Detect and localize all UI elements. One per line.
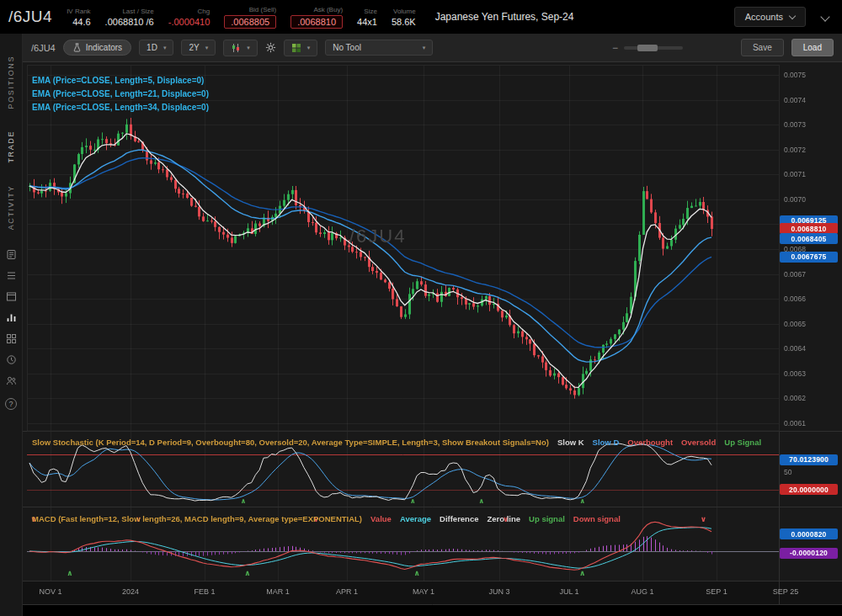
ema21-study-label[interactable]: EMA (Price=CLOSE, Length=21, Displace=0) <box>32 89 209 98</box>
chart-area[interactable]: EMA (Price=CLOSE, Length=5, Displace=0) … <box>23 62 842 616</box>
ask-field: Ask (Buy) .0068810 <box>290 6 343 29</box>
chevron-down-icon: ▾ <box>163 45 167 51</box>
header-collapse-chevron-icon[interactable] <box>820 12 829 21</box>
volume-field: Volume 58.6K <box>392 8 416 27</box>
last-size-field: Last / Size .0068810 /6 <box>105 8 154 27</box>
history-clock-icon[interactable] <box>5 353 17 365</box>
accounts-dropdown[interactable]: Accounts <box>734 7 806 27</box>
toolbar-symbol: /6JU4 <box>31 43 56 53</box>
range-dropdown[interactable]: 2Y ▾ <box>181 40 216 56</box>
chart-watermark: /6JU4 <box>349 226 406 247</box>
size-field: Size 44x1 <box>357 8 377 27</box>
time-axis-label: JUL 1 <box>552 587 586 596</box>
price-axis-label: 0.0072 <box>784 146 806 154</box>
time-axis-label: MAY 1 <box>407 587 440 596</box>
change-value: -.0000410 <box>168 17 210 27</box>
price-axis-label: 0.0070 <box>784 195 806 204</box>
journal-icon[interactable] <box>5 248 17 260</box>
bid-label: Bid (Sell) <box>249 6 276 13</box>
price-chart-canvas[interactable] <box>23 62 842 616</box>
macd-header: MACD (Fast length=12, Slow length=26, MA… <box>32 514 778 523</box>
load-button[interactable]: Load <box>791 39 834 56</box>
volume-value: 58.6K <box>392 17 416 27</box>
zoom-slider[interactable] <box>624 46 683 50</box>
indicators-button[interactable]: Indicators <box>63 40 131 56</box>
apps-grid-icon[interactable] <box>5 332 17 344</box>
tab-trade[interactable]: TRADE <box>7 130 15 163</box>
help-icon[interactable]: ? <box>5 398 17 410</box>
bid-field: Bid (Sell) .0068805 <box>224 6 276 29</box>
save-button[interactable]: Save <box>741 39 784 56</box>
watchlist-icon[interactable] <box>5 269 17 281</box>
zoom-out-icon[interactable]: − <box>612 42 618 54</box>
ema5-study-label[interactable]: EMA (Price=CLOSE, Length=5, Displace=0) <box>32 76 204 85</box>
legend-up-signal: Up Signal <box>724 438 761 447</box>
volume-label: Volume <box>393 8 416 15</box>
chart-icon[interactable] <box>5 311 17 323</box>
quote-header: /6JU4 IV Rank 44.6 Last / Size .0068810 … <box>0 0 842 34</box>
legend-difference: Difference <box>440 514 478 523</box>
time-axis-label: FEB 1 <box>188 587 221 596</box>
bid-button[interactable]: .0068805 <box>224 15 276 29</box>
candlestick-type-icon <box>231 43 241 53</box>
last-size-value: .0068810 /6 <box>105 17 154 27</box>
legend-up-signal: Up signal <box>529 514 565 523</box>
legend-slow-k: Slow K <box>557 438 584 447</box>
price-axis-label: 0.0062 <box>784 394 806 402</box>
layout-dropdown[interactable]: ▾ <box>284 40 318 56</box>
legend-average: Average <box>400 514 431 523</box>
social-people-icon[interactable] <box>5 374 17 386</box>
legend-slow-d: Slow D <box>593 438 620 447</box>
price-axis-tag: 0.0068405 <box>780 233 838 244</box>
price-axis-label: 0.0073 <box>784 120 806 129</box>
price-axis-label: 0.0061 <box>784 419 806 427</box>
chart-type-dropdown[interactable]: ▾ <box>223 40 258 56</box>
chart-settings-gear-icon[interactable] <box>265 42 276 53</box>
chevron-down-icon: ▾ <box>205 45 209 51</box>
timeframe-value: 1D <box>147 43 157 52</box>
trading-app-window: /6JU4 IV Rank 44.6 Last / Size .0068810 … <box>0 0 842 616</box>
price-axis-label: 0.0064 <box>784 344 806 353</box>
indicators-label: Indicators <box>86 43 122 52</box>
sidebar-icon-rail <box>5 248 17 386</box>
tab-positions[interactable]: POSITIONS <box>7 56 15 109</box>
price-axis-tag: 0.0067675 <box>780 252 838 263</box>
drawing-tool-dropdown[interactable]: No Tool ▾ <box>325 40 433 56</box>
chart-toolbar: /6JU4 Indicators 1D ▾ 2Y ▾ <box>23 34 842 62</box>
stochastic-axis-label: 50 <box>784 468 791 476</box>
zoom-slider-handle[interactable] <box>637 45 658 51</box>
macd-study-label[interactable]: MACD (Fast length=12, Slow length=26, MA… <box>32 514 362 523</box>
ask-button[interactable]: .0068810 <box>290 15 343 29</box>
price-axis-label: 0.0074 <box>784 96 806 104</box>
instrument-description: Japanese Yen Futures, Sep-24 <box>435 11 574 23</box>
symbol-title: /6JU4 <box>8 8 52 26</box>
iv-rank-field: IV Rank 44.6 <box>67 8 90 27</box>
flask-icon <box>72 43 82 52</box>
timeframe-dropdown[interactable]: 1D ▾ <box>139 40 173 56</box>
time-axis-label: SEP 1 <box>700 587 733 596</box>
macd-axis-tag: 0.0000820 <box>780 528 838 539</box>
ema34-study-label[interactable]: EMA (Price=CLOSE, Length=34, Displace=0) <box>32 103 209 112</box>
legend-zero-line: Zero line <box>488 514 521 523</box>
time-axis-label: JUN 3 <box>482 587 516 596</box>
change-label: Chg <box>198 8 210 15</box>
chevron-down-icon <box>789 12 796 19</box>
browser-icon[interactable] <box>5 290 17 302</box>
size-value: 44x1 <box>357 17 377 27</box>
macd-axis-tag: -0.0000120 <box>780 548 838 559</box>
accounts-label: Accounts <box>745 12 783 22</box>
legend-oversold: Oversold <box>681 438 716 447</box>
chevron-down-icon: ▾ <box>247 45 250 51</box>
price-axis-label: 0.0066 <box>784 295 806 303</box>
last-size-label: Last / Size <box>122 8 153 15</box>
chevron-down-icon: ▾ <box>423 45 426 51</box>
stochastic-study-label[interactable]: Slow Stochastic (K Period=14, D Period=9… <box>32 438 549 447</box>
legend-value: Value <box>370 514 392 523</box>
price-axis-label: 0.0071 <box>784 170 806 178</box>
tab-activity[interactable]: ACTIVITY <box>7 185 15 230</box>
iv-rank-label: IV Rank <box>67 8 90 15</box>
time-axis-label: APR 1 <box>330 587 364 596</box>
stochastic-header: Slow Stochastic (K Period=14, D Period=9… <box>32 438 778 447</box>
change-field: Chg -.0000410 <box>168 8 210 27</box>
stochastic-axis-tag: 70.0123900 <box>780 454 838 465</box>
